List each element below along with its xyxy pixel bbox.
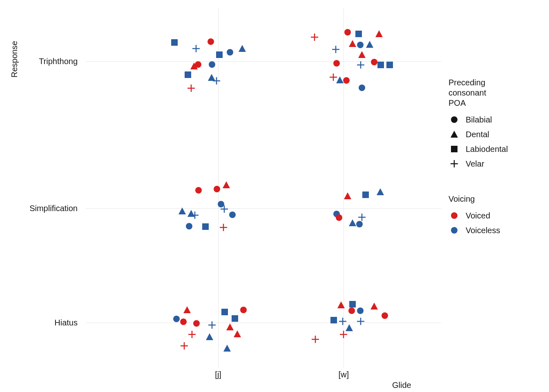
data-point — [187, 84, 196, 93]
legend-label: Voiced — [466, 211, 490, 220]
data-point — [233, 330, 242, 339]
svg-marker-20 — [375, 30, 383, 37]
data-point — [239, 305, 248, 314]
data-point — [172, 314, 181, 323]
svg-marker-35 — [336, 76, 344, 83]
data-point — [356, 40, 365, 49]
y-tick-label: Simplification — [29, 204, 82, 213]
svg-rect-10 — [185, 71, 191, 78]
svg-point-22 — [357, 42, 364, 48]
data-point — [385, 60, 394, 69]
data-point — [356, 60, 365, 69]
svg-point-65 — [173, 316, 180, 322]
data-point — [225, 48, 234, 57]
legend: PrecedingconsonantPOA BilabialDentalLabi… — [449, 78, 542, 239]
svg-rect-80 — [349, 301, 356, 307]
svg-marker-6 — [239, 45, 246, 52]
gridline-horizontal — [86, 208, 441, 209]
legend-label: Voiceless — [466, 226, 500, 235]
data-point — [212, 185, 221, 194]
data-point — [335, 213, 344, 222]
svg-marker-45 — [187, 210, 195, 217]
svg-point-48 — [229, 212, 236, 218]
x-axis-title: Glide — [392, 381, 411, 390]
labiodental-icon — [449, 143, 460, 155]
data-point — [220, 205, 229, 214]
data-point — [215, 50, 224, 59]
svg-marker-53 — [344, 192, 351, 199]
svg-point-49 — [186, 223, 192, 229]
data-point — [225, 323, 234, 332]
data-point — [329, 316, 338, 325]
svg-rect-97 — [451, 146, 458, 152]
data-point — [207, 73, 216, 82]
svg-marker-72 — [234, 330, 241, 337]
legend-label: Dental — [466, 130, 489, 139]
svg-point-39 — [214, 186, 220, 192]
svg-point-3 — [208, 38, 214, 45]
data-point — [212, 76, 221, 85]
legend-color-item: Voiceless — [449, 225, 542, 236]
data-point — [192, 44, 201, 53]
svg-rect-31 — [377, 62, 384, 68]
data-point — [223, 344, 232, 353]
legend-shape-item: Bilabial — [449, 114, 542, 125]
data-point — [220, 307, 229, 316]
data-point — [331, 45, 340, 54]
data-point — [370, 302, 379, 311]
plot-area — [86, 8, 441, 368]
gridline-vertical — [344, 8, 344, 368]
svg-rect-63 — [221, 309, 228, 315]
data-point — [376, 60, 385, 69]
data-point — [361, 190, 370, 199]
svg-point-8 — [195, 61, 201, 68]
data-point — [343, 192, 352, 200]
svg-marker-96 — [451, 131, 458, 138]
gridline-vertical — [218, 8, 219, 368]
data-point — [208, 321, 216, 330]
svg-marker-11 — [208, 74, 215, 81]
data-point — [338, 317, 347, 326]
data-point — [187, 330, 196, 339]
data-point — [205, 332, 214, 341]
chart-container: Response Glide HiatusSimplificationTriph… — [0, 0, 549, 392]
svg-marker-26 — [358, 51, 366, 58]
svg-marker-7 — [190, 62, 198, 69]
svg-point-9 — [209, 61, 215, 68]
data-point — [206, 37, 215, 46]
data-point — [357, 213, 366, 222]
data-point — [355, 220, 364, 229]
y-tick-label: Hiatus — [54, 318, 82, 327]
data-point — [332, 59, 341, 68]
svg-point-61 — [356, 221, 363, 227]
legend-label: Bilabial — [466, 115, 492, 125]
data-point — [170, 38, 179, 47]
gridline-horizontal — [86, 61, 441, 62]
data-point — [230, 314, 239, 323]
data-point — [343, 28, 352, 37]
data-point — [357, 83, 366, 92]
svg-marker-62 — [183, 306, 191, 313]
svg-point-36 — [343, 77, 350, 84]
data-point — [179, 317, 188, 326]
data-point — [310, 33, 319, 42]
data-point — [337, 301, 346, 310]
svg-point-57 — [336, 214, 342, 221]
data-point — [238, 44, 247, 53]
data-point — [183, 305, 192, 314]
data-point — [194, 186, 203, 195]
x-tick-label: [w] — [338, 370, 349, 379]
data-point — [185, 222, 194, 231]
data-point — [180, 341, 189, 350]
data-point — [183, 70, 192, 79]
data-point — [375, 29, 384, 38]
y-tick-label: Triphthong — [39, 57, 82, 66]
svg-rect-68 — [232, 315, 238, 322]
data-point — [347, 306, 356, 315]
legend-color-title: Voicing — [449, 194, 542, 204]
data-point — [370, 58, 379, 67]
svg-point-82 — [348, 307, 355, 314]
svg-marker-60 — [349, 219, 356, 226]
svg-point-66 — [180, 318, 187, 325]
circle-icon — [449, 225, 460, 236]
